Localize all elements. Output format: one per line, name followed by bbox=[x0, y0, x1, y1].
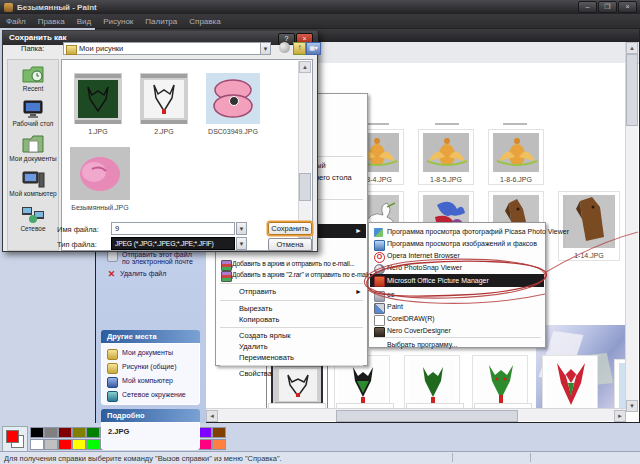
scroll-down-arrow[interactable]: ▼ bbox=[626, 400, 638, 412]
place-shared-pictures[interactable]: Рисунки (общие) bbox=[102, 361, 199, 375]
submenu-item-opera[interactable]: O Opera Internet Browser bbox=[370, 250, 544, 262]
views-button[interactable]: ▦▾ bbox=[306, 42, 321, 55]
file-card[interactable]: 1-8-5.JPG bbox=[418, 129, 474, 185]
submenu-item-paint[interactable]: Paint bbox=[370, 301, 544, 313]
minimize-button[interactable]: – bbox=[578, 1, 597, 13]
menu-item-copy[interactable]: Копировать bbox=[217, 314, 366, 326]
palette-swatch[interactable] bbox=[86, 439, 100, 450]
menu-file[interactable]: Файл bbox=[6, 17, 26, 26]
paint-titlebar: Безымянный - Paint – ❐ × bbox=[0, 0, 640, 14]
filename-input[interactable]: 9 bbox=[111, 222, 235, 235]
submenu-item-nero-cover[interactable]: Nero CoverDesigner bbox=[370, 325, 544, 337]
palette-swatch[interactable] bbox=[44, 439, 58, 450]
dialog-places-bar: Recent Рабочий стол Мои документы Мой ко… bbox=[7, 59, 59, 251]
folder-icon bbox=[107, 363, 118, 374]
open-with-submenu: Программа просмотра фотографий Picasa Ph… bbox=[368, 222, 546, 348]
palette-swatch[interactable] bbox=[86, 427, 100, 438]
palette-swatch[interactable] bbox=[30, 439, 44, 450]
menu-separator bbox=[220, 300, 363, 301]
place-network[interactable]: Сетевое окружение bbox=[102, 389, 199, 403]
submenu-item-picture-manager[interactable]: Microsoft Office Picture Manager bbox=[370, 274, 544, 287]
filename-value: 9 bbox=[115, 224, 119, 233]
filetype-dropdown-arrow[interactable]: ▼ bbox=[236, 237, 247, 250]
close-button[interactable]: × bbox=[618, 1, 637, 13]
palette-swatch[interactable] bbox=[212, 439, 226, 450]
submenu-arrow-icon: ► bbox=[355, 286, 362, 298]
folder-icon bbox=[107, 349, 118, 360]
winrar-icon bbox=[221, 271, 232, 282]
save-button[interactable]: Сохранить bbox=[268, 222, 312, 235]
submenu-item-image-viewer[interactable]: Программа просмотра изображений и факсов bbox=[370, 238, 544, 250]
scroll-thumb[interactable] bbox=[299, 173, 311, 201]
status-text: Для получения справки выберите команду "… bbox=[4, 454, 282, 463]
hscroll-thumb[interactable] bbox=[336, 410, 518, 422]
dialog-file-2[interactable]: 2.JPG bbox=[138, 70, 190, 136]
details-header[interactable]: Подробно bbox=[101, 409, 200, 422]
save-as-dialog: Сохранить как ? × Папка: Мои рисунки ▼ ↑… bbox=[2, 30, 318, 252]
computer-icon bbox=[107, 377, 118, 388]
other-places-box: Мои документы Рисунки (общие) Мой компью… bbox=[101, 343, 200, 405]
palette-swatch[interactable] bbox=[72, 427, 86, 438]
places-network[interactable]: Сетевое bbox=[8, 204, 58, 232]
horizontal-scrollbar[interactable]: ◄ ► bbox=[206, 408, 626, 421]
folder-dropdown-arrow[interactable]: ▼ bbox=[260, 42, 271, 55]
palette-swatch[interactable] bbox=[58, 439, 72, 450]
details-box: 2.JPG bbox=[101, 422, 200, 450]
menu-separator bbox=[220, 327, 363, 328]
places-my-documents[interactable]: Мои документы bbox=[8, 134, 58, 162]
task-delete-file[interactable]: ✕ Удалить файл bbox=[102, 267, 199, 281]
filename-dropdown-arrow[interactable]: ▼ bbox=[236, 222, 247, 235]
menu-palette[interactable]: Палитра bbox=[145, 17, 177, 26]
palette-swatch[interactable] bbox=[44, 427, 58, 438]
dialog-file-3[interactable]: DSC03949.JPG bbox=[204, 70, 262, 136]
other-places-header[interactable]: Другие места bbox=[101, 330, 200, 343]
scroll-up-arrow[interactable]: ▲ bbox=[626, 42, 638, 54]
places-desktop[interactable]: Рабочий стол bbox=[8, 99, 58, 127]
palette-swatch[interactable] bbox=[72, 439, 86, 450]
menu-image[interactable]: Рисунок bbox=[103, 17, 133, 26]
status-bar: Для получения справки выберите команду "… bbox=[0, 451, 640, 464]
places-recent[interactable]: Recent bbox=[8, 64, 58, 92]
envelope-icon bbox=[107, 251, 118, 262]
clipped-label bbox=[435, 123, 459, 125]
current-color-indicator[interactable] bbox=[2, 426, 28, 452]
menu-item-rar2-email[interactable]: Добавить в архив "2.rar" и отправить по … bbox=[217, 269, 366, 281]
menu-separator bbox=[373, 337, 541, 338]
dialog-list-scrollbar[interactable]: ▲ ▼ bbox=[298, 61, 311, 249]
menu-edit[interactable]: Правка bbox=[38, 17, 65, 26]
submenu-item-es[interactable]: es bbox=[370, 289, 544, 301]
menu-item-rename[interactable]: Переименовать bbox=[217, 352, 366, 364]
submenu-item-photosnap[interactable]: Nero PhotoSnap Viewer bbox=[370, 262, 544, 274]
screenshot-root: Безымянный - Paint – ❐ × Файл Правка Вид… bbox=[0, 0, 640, 464]
dialog-file-4[interactable]: Безымянный.JPG bbox=[68, 144, 132, 212]
up-folder-button[interactable]: ↑ bbox=[293, 42, 306, 55]
menu-item-properties[interactable]: Свойства bbox=[217, 368, 366, 380]
dialog-file-1[interactable]: 1.JPG bbox=[72, 70, 124, 136]
file-card[interactable]: Design22.EMB bbox=[542, 355, 598, 411]
submenu-item-coreldraw[interactable]: CorelDRAW(R) bbox=[370, 313, 544, 325]
back-button[interactable] bbox=[279, 42, 290, 53]
menu-help[interactable]: Справка bbox=[189, 17, 220, 26]
scroll-left-arrow[interactable]: ◄ bbox=[206, 410, 218, 422]
cancel-button[interactable]: Отмена bbox=[268, 238, 312, 251]
scroll-up-arrow[interactable]: ▲ bbox=[299, 61, 311, 73]
places-my-computer[interactable]: Мой компьютер bbox=[8, 169, 58, 197]
submenu-item-choose-program[interactable]: Выбрать программу... bbox=[370, 339, 544, 351]
vscroll-thumb[interactable] bbox=[626, 54, 638, 126]
palette-swatch[interactable] bbox=[212, 427, 226, 438]
filetype-combobox[interactable]: JPEG (*.JPG;*.JPEG;*.JPE;*.JFIF) bbox=[111, 237, 235, 250]
vertical-scrollbar[interactable]: ▲ ▼ bbox=[625, 42, 638, 412]
menu-item-send-to[interactable]: Отправить ► bbox=[217, 286, 366, 298]
menu-view[interactable]: Вид bbox=[77, 17, 91, 26]
submenu-item-picasa[interactable]: Программа просмотра фотографий Picasa Ph… bbox=[370, 226, 544, 238]
file-card[interactable]: 1-8-6.JPG bbox=[488, 129, 544, 185]
palette-swatch[interactable] bbox=[58, 427, 72, 438]
maximize-button[interactable]: ❐ bbox=[598, 1, 617, 13]
folder-combobox[interactable]: Мои рисунки bbox=[63, 42, 261, 55]
palette-swatch[interactable] bbox=[30, 427, 44, 438]
place-my-computer[interactable]: Мой компьютер bbox=[102, 375, 199, 389]
scroll-right-arrow[interactable]: ► bbox=[614, 410, 626, 422]
palette-swatch[interactable] bbox=[198, 439, 212, 450]
place-my-documents[interactable]: Мои документы bbox=[102, 347, 199, 361]
palette-swatch[interactable] bbox=[198, 427, 212, 438]
